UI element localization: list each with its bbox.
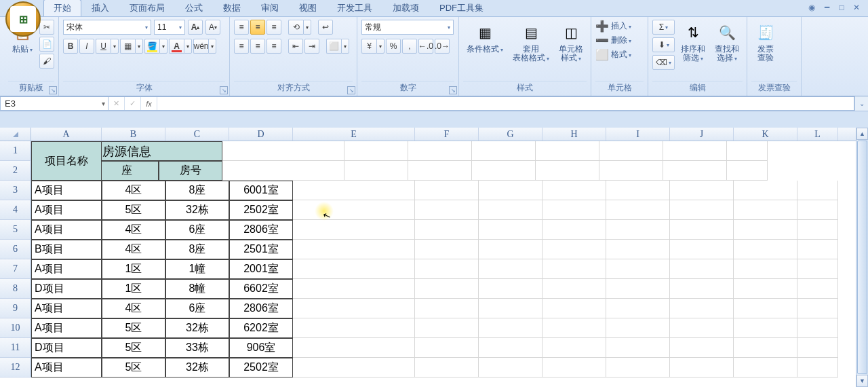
autosum-button[interactable]: Σ (652, 20, 675, 35)
cell-K8[interactable] (734, 279, 797, 299)
fill-color-button[interactable]: 🪣 (144, 39, 159, 54)
cell-G11[interactable] (479, 338, 542, 358)
number-launcher[interactable]: ↘ (449, 86, 457, 94)
orientation-button[interactable]: ⟲ (288, 20, 303, 35)
cell-D8[interactable]: 6602室 (229, 279, 293, 299)
row-header-10[interactable]: 10 (0, 318, 31, 338)
scroll-down-button[interactable]: ▼ (856, 375, 868, 387)
phonetic-button[interactable]: wén (193, 39, 208, 54)
cell-G9[interactable] (479, 299, 542, 318)
cell-K7[interactable] (734, 259, 797, 279)
cell-C6[interactable]: 8座 (165, 240, 229, 259)
cell-J9[interactable] (670, 299, 734, 318)
decrease-decimal-button[interactable]: .0→ (435, 39, 450, 54)
decrease-font-button[interactable]: A▾ (205, 20, 220, 35)
cell-I7[interactable] (606, 259, 670, 279)
cell-B5[interactable]: 4区 (102, 220, 165, 240)
cell-L2[interactable] (727, 161, 768, 181)
cell-A3[interactable]: A项目 (31, 181, 102, 200)
cell-H6[interactable] (542, 240, 606, 259)
cell-J8[interactable] (670, 279, 734, 299)
cell-H9[interactable] (542, 299, 606, 318)
cell-G5[interactable] (479, 220, 542, 240)
cell-E8[interactable] (293, 279, 415, 299)
col-header-H[interactable]: H (542, 128, 606, 141)
orientation-dropdown[interactable]: ▾ (303, 20, 311, 35)
row-header-11[interactable]: 11 (0, 338, 31, 358)
vertical-scrollbar[interactable]: ▲ ▼ (856, 128, 868, 387)
cell-F3[interactable] (415, 181, 479, 200)
fill-button[interactable]: ⬇ (652, 37, 675, 52)
cell-I12[interactable] (606, 358, 670, 377)
cell-H5[interactable] (542, 220, 606, 240)
cell-C12[interactable]: 32栋 (165, 358, 229, 377)
increase-font-button[interactable]: A▴ (188, 20, 203, 35)
cell-D12[interactable]: 2502室 (229, 358, 293, 377)
clipboard-launcher[interactable]: ↘ (49, 86, 57, 94)
col-header-C[interactable]: C (165, 128, 229, 141)
cell-E2[interactable] (222, 161, 344, 181)
cell-L1[interactable] (727, 141, 768, 161)
increase-decimal-button[interactable]: ←.0 (418, 39, 433, 54)
border-dropdown[interactable]: ▾ (135, 39, 143, 54)
cell-B3[interactable]: 4区 (102, 181, 165, 200)
cell-I1[interactable] (536, 141, 599, 161)
row-header-9[interactable]: 9 (0, 299, 31, 318)
cell-F5[interactable] (415, 220, 479, 240)
align-left-button[interactable]: ≡ (234, 39, 249, 54)
wrap-text-button[interactable]: ↩ (318, 20, 333, 35)
copy-button[interactable]: 📄 (39, 37, 54, 52)
cell-F12[interactable] (415, 358, 479, 377)
cell-H3[interactable] (542, 181, 606, 200)
number-format-select[interactable]: 常规▾ (361, 20, 454, 35)
ribbon-tab-PDF工具集[interactable]: PDF工具集 (429, 0, 494, 16)
col-header-L[interactable]: L (797, 128, 838, 141)
cell-A6[interactable]: B项目 (31, 240, 102, 259)
cell-K3[interactable] (734, 181, 797, 200)
cell-G6[interactable] (479, 240, 542, 259)
row-header-12[interactable]: 12 (0, 358, 31, 377)
expand-formula-button[interactable]: ⌄ (854, 96, 868, 111)
cell-K1[interactable] (663, 141, 727, 161)
cell-C11[interactable]: 33栋 (165, 338, 229, 358)
cell-H7[interactable] (542, 259, 606, 279)
cell-K12[interactable] (734, 358, 797, 377)
cell-L11[interactable] (797, 338, 838, 358)
insert-function-button[interactable]: fx (141, 97, 157, 110)
cell-H11[interactable] (542, 338, 606, 358)
invoice-check-button[interactable]: 🧾发票 查验 (751, 20, 780, 64)
row-header-3[interactable]: 3 (0, 181, 31, 200)
conditional-formatting-button[interactable]: ▦条件格式 (463, 20, 507, 56)
cell-K10[interactable] (734, 318, 797, 338)
restore-icon[interactable]: □ (835, 3, 848, 12)
cell-C4[interactable]: 32栋 (165, 200, 229, 220)
cell-I11[interactable] (606, 338, 670, 358)
col-header-E[interactable]: E (293, 128, 415, 141)
cell-C9[interactable]: 6座 (165, 299, 229, 318)
cell-F4[interactable] (415, 200, 479, 220)
col-header-G[interactable]: G (479, 128, 542, 141)
cell-J1[interactable] (599, 141, 663, 161)
cell-J10[interactable] (670, 318, 734, 338)
cell-D4[interactable]: 2502室 (229, 200, 293, 220)
cell-F2[interactable] (344, 161, 408, 181)
cell-D7[interactable]: 2001室 (229, 259, 293, 279)
align-right-button[interactable]: ≡ (267, 39, 281, 54)
select-all-cell[interactable] (0, 128, 31, 141)
cell-C5[interactable]: 6座 (165, 220, 229, 240)
cell-K6[interactable] (734, 240, 797, 259)
cell-J12[interactable] (670, 358, 734, 377)
cell-H10[interactable] (542, 318, 606, 338)
cell-I3[interactable] (606, 181, 670, 200)
cell-I4[interactable] (606, 200, 670, 220)
scroll-up-button[interactable]: ▲ (856, 128, 868, 140)
cell-J3[interactable] (670, 181, 734, 200)
cell-J7[interactable] (670, 259, 734, 279)
delete-cells-button[interactable]: ➖删除 (595, 34, 631, 47)
ribbon-tab-加载项[interactable]: 加载项 (382, 0, 429, 16)
cell-G2[interactable] (408, 161, 472, 181)
cell-H12[interactable] (542, 358, 606, 377)
clear-button[interactable]: ⌫ (652, 55, 675, 70)
cell-B10[interactable]: 5区 (102, 318, 165, 338)
row-header-6[interactable]: 6 (0, 240, 31, 259)
